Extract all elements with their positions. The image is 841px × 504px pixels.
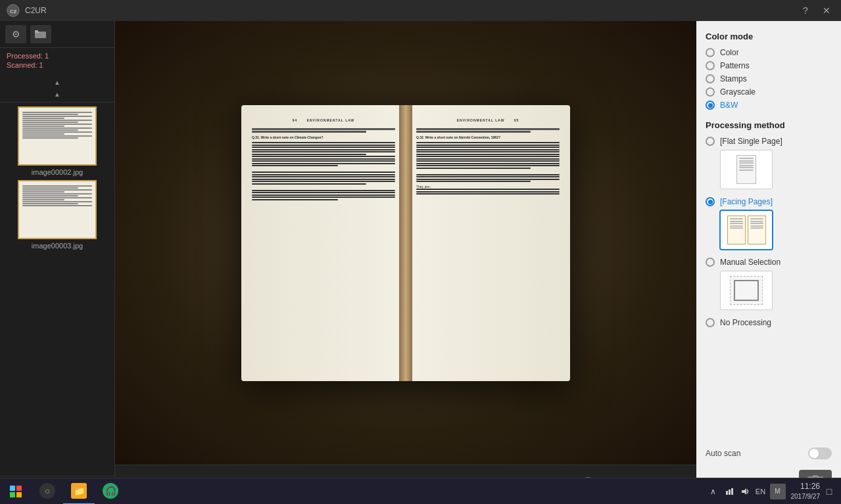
taskbar-time: 11:26 2017/9/27: [791, 482, 821, 501]
method-none: No Processing: [706, 318, 832, 327]
color-option-bw[interactable]: B&W: [706, 101, 832, 110]
facing-radio[interactable]: [706, 197, 715, 206]
thumbnail-image-2[interactable]: [18, 180, 97, 239]
manual-radio[interactable]: [706, 258, 715, 267]
color-option-grayscale[interactable]: Grayscale: [706, 87, 832, 97]
stats-panel: Processed: 1 Scanned: 1: [0, 48, 114, 74]
left-panel: ⚙ Processed: 1 Scanned: 1 ▲ ▲: [0, 21, 115, 504]
method-radio-none[interactable]: No Processing: [706, 318, 832, 327]
taskbar-headphones[interactable]: 🎧: [95, 478, 126, 505]
none-label: No Processing: [720, 318, 771, 327]
color-label-patterns: Patterns: [720, 61, 750, 70]
processed-label: Processed:: [7, 52, 43, 60]
svg-text:C2: C2: [10, 9, 17, 14]
method-facing: [Facing Pages]: [706, 197, 832, 250]
taskbar-explorer[interactable]: 📁: [63, 478, 95, 505]
toggle-knob: [809, 449, 819, 458]
method-radio-manual[interactable]: Manual Selection: [706, 258, 832, 267]
book-view: 94 ENVIRONMENTAL LAW Q.31. Write a short…: [115, 21, 696, 465]
color-option-color[interactable]: Color: [706, 48, 832, 57]
right-page-content: Q.32. Write a short note on Nairobi Conv…: [416, 128, 560, 195]
left-header: ENVIRONMENTAL LAW: [307, 118, 355, 122]
start-button[interactable]: [0, 478, 32, 505]
speaker-icon[interactable]: [738, 485, 752, 498]
color-radio-grayscale[interactable]: [706, 87, 715, 97]
color-label-grayscale: Grayscale: [720, 87, 756, 97]
method-radio-facing[interactable]: [Facing Pages]: [706, 197, 832, 206]
method-radio-single[interactable]: [Flat Single Page]: [706, 137, 832, 146]
manual-label: Manual Selection: [720, 258, 781, 267]
thumbnail-label-1: image00002.jpg: [32, 168, 83, 176]
right-header: ENVIRONMENTAL LAW 95: [416, 118, 560, 124]
color-radio-stamps[interactable]: [706, 74, 715, 83]
svg-rect-20: [731, 488, 733, 495]
titlebar-controls: ? ✕: [796, 1, 841, 20]
facing-label: [Facing Pages]: [720, 197, 773, 206]
svg-rect-14: [10, 486, 15, 491]
color-option-stamps[interactable]: Stamps: [706, 74, 832, 83]
method-single: [Flat Single Page]: [706, 137, 832, 189]
scanned-value: 1: [39, 61, 43, 69]
date-display: 2017/9/27: [791, 492, 821, 501]
folder-icon[interactable]: [30, 25, 51, 43]
nav-up-double[interactable]: ▲: [51, 77, 64, 87]
center-panel: 94 ENVIRONMENTAL LAW Q.31. Write a short…: [115, 21, 696, 504]
left-page-content: Q.31. Write a short note on Climate Chan…: [252, 128, 395, 200]
left-question: Q.31. Write a short note on Climate Chan…: [252, 135, 395, 141]
network-icon[interactable]: [723, 485, 736, 498]
color-option-patterns[interactable]: Patterns: [706, 61, 832, 70]
book: 94 ENVIRONMENTAL LAW Q.31. Write a short…: [241, 105, 570, 381]
time-display: 11:26: [791, 482, 821, 492]
nav-top: ▲ ▲: [0, 74, 114, 103]
taskbar: ○ 📁 🎧 ∧ EN: [0, 478, 841, 504]
svg-rect-19: [729, 490, 731, 495]
method-manual: Manual Selection: [706, 258, 832, 310]
thumbnail-image-1[interactable]: [18, 106, 97, 166]
color-label-color: Color: [720, 48, 739, 57]
processed-value: 1: [45, 52, 49, 60]
svg-marker-21: [742, 488, 746, 495]
main-layout: ⚙ Processed: 1 Scanned: 1 ▲ ▲: [0, 21, 841, 504]
thumbnails-list: image00002.jpg: [0, 103, 114, 476]
single-label: [Flat Single Page]: [720, 137, 782, 146]
ime-indicator[interactable]: M: [770, 484, 786, 499]
single-preview: [720, 150, 773, 189]
notification-icon[interactable]: □: [823, 485, 836, 498]
right-panel: Color mode Color Patterns Stamps Graysca…: [696, 21, 841, 504]
thumbnail-item-2[interactable]: image00003.jpg: [4, 180, 110, 250]
taskbar-search[interactable]: ○: [32, 478, 63, 505]
right-question: Q.32. Write a short note on Nairobi Conv…: [416, 135, 560, 141]
processing-method-title: Processing method: [706, 120, 832, 130]
auto-scan-label: Auto scan: [706, 449, 740, 458]
facing-preview: [720, 210, 773, 250]
lang-indicator[interactable]: EN: [754, 485, 767, 498]
help-button[interactable]: ?: [796, 1, 815, 20]
titlebar-left: C2 C2UR: [0, 4, 47, 17]
toolbar: ⚙: [0, 21, 114, 48]
page-right: ENVIRONMENTAL LAW 95 Q.32. Write a short…: [406, 105, 570, 381]
taskbar-up-arrow[interactable]: ∧: [707, 485, 720, 498]
taskbar-right: ∧ EN M 11:26 2017/9/27 □: [707, 482, 842, 501]
auto-scan-toggle[interactable]: [808, 447, 832, 459]
svg-rect-18: [726, 491, 728, 495]
svg-rect-4: [35, 30, 38, 32]
color-radio-patterns[interactable]: [706, 61, 715, 70]
color-radio-bw[interactable]: [706, 101, 715, 110]
color-label-stamps: Stamps: [720, 74, 747, 83]
nav-up[interactable]: ▲: [51, 89, 64, 99]
thumbnail-item[interactable]: image00002.jpg: [4, 106, 110, 176]
none-radio[interactable]: [706, 318, 715, 327]
settings-icon[interactable]: ⚙: [5, 25, 26, 43]
app-logo: C2: [7, 4, 20, 17]
app-title: C2UR: [25, 6, 47, 15]
single-radio[interactable]: [706, 137, 715, 146]
close-button[interactable]: ✕: [817, 1, 836, 20]
color-radio-color[interactable]: [706, 48, 715, 57]
manual-preview: [720, 271, 773, 310]
processing-section: [Flat Single Page] [F: [706, 137, 832, 335]
color-mode-options: Color Patterns Stamps Grayscale B&W: [706, 48, 832, 110]
titlebar: C2 C2UR ? ✕: [0, 0, 841, 21]
color-mode-title: Color mode: [706, 32, 832, 41]
svg-rect-16: [10, 492, 15, 497]
svg-rect-15: [16, 486, 22, 491]
